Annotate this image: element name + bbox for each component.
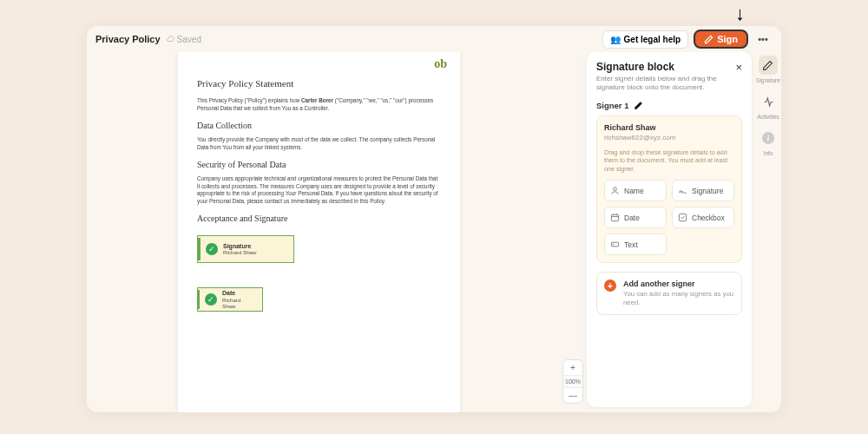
signer-label: Signer 1	[596, 101, 629, 110]
field-text-button[interactable]: Text	[604, 233, 667, 255]
doc-h2-collection: Data Collection	[197, 121, 441, 130]
signature-panel: Signature block Enter signer details bel…	[587, 52, 752, 407]
svg-rect-2	[679, 214, 686, 220]
svg-point-0	[614, 187, 617, 191]
check-circle-icon: ✓	[205, 293, 217, 306]
pointer-arrow: ↓	[735, 3, 745, 25]
panel-title: Signature block	[596, 61, 735, 73]
svg-rect-3	[611, 242, 618, 247]
get-legal-help-button[interactable]: 👥 Get legal help	[602, 30, 689, 49]
signer-hint: Drag and drop these signature details to…	[604, 148, 734, 173]
more-menu-button[interactable]: •••	[753, 30, 773, 49]
document-title: Privacy Policy	[95, 34, 161, 44]
add-signer-button[interactable]: + Add another signer You can add as many…	[596, 272, 742, 314]
panel-subtitle: Enter signer details below and drag the …	[596, 75, 735, 92]
close-panel-button[interactable]: ×	[735, 61, 742, 74]
rail-signature-tab[interactable]: Signature	[756, 56, 780, 83]
info-icon: i	[762, 132, 774, 144]
checkbox-icon	[678, 213, 687, 222]
doc-p-security: Company uses appropriate technical and o…	[197, 175, 441, 205]
doc-h2-security: Security of Personal Data	[197, 160, 441, 169]
zoom-level: 100%	[563, 375, 582, 388]
signer-card: Richard Shaw richshaw622@xyz.com Drag an…	[596, 115, 742, 263]
saved-status: Saved	[166, 35, 201, 44]
content-area: ob Privacy Policy Statement This Privacy…	[87, 52, 781, 412]
signature-field-block[interactable]: ✓ Signature Richard Shaw	[197, 235, 294, 263]
signer-email: richshaw622@xyz.com	[604, 134, 734, 141]
text-field-icon	[610, 240, 620, 249]
app-window: Privacy Policy Saved 👥 Get legal help Si…	[87, 26, 781, 412]
date-field-block[interactable]: ✓ Date Richard Shaw	[197, 287, 263, 312]
signature-icon	[678, 186, 687, 195]
svg-rect-1	[611, 214, 618, 220]
user-icon	[610, 186, 620, 195]
rail-info-tab[interactable]: i Info	[759, 128, 778, 156]
brand-logo-icon: ob	[434, 57, 447, 71]
pen-icon	[762, 60, 773, 71]
drag-field-grid: Name Signature Date Checkbox	[604, 180, 734, 255]
signer-header: Signer 1	[596, 101, 742, 110]
field-signature-button[interactable]: Signature	[672, 180, 734, 201]
check-circle-icon: ✓	[206, 243, 218, 255]
document-viewport[interactable]: ob Privacy Policy Statement This Privacy…	[87, 52, 587, 412]
calendar-icon	[610, 213, 620, 222]
doc-h2-acceptance: Acceptance and Signature	[197, 214, 441, 223]
cloud-icon	[166, 35, 174, 43]
field-checkbox-button[interactable]: Checkbox	[672, 207, 734, 228]
zoom-controls: + 100% —	[562, 359, 583, 404]
activity-icon	[763, 96, 774, 108]
right-rail: Signature Activities i Info	[755, 52, 781, 412]
document-page: ob Privacy Policy Statement This Privacy…	[178, 52, 460, 412]
field-name-button[interactable]: Name	[604, 180, 667, 201]
close-icon: ×	[735, 61, 742, 74]
doc-intro: This Privacy Policy ("Policy") explains …	[197, 97, 441, 112]
sign-button[interactable]: Sign	[694, 30, 748, 49]
group-icon: 👥	[610, 35, 621, 44]
field-date-button[interactable]: Date	[604, 207, 667, 228]
zoom-in-button[interactable]: +	[563, 360, 582, 375]
doc-heading: Privacy Policy Statement	[197, 78, 441, 89]
plus-circle-icon: +	[604, 279, 616, 292]
zoom-out-button[interactable]: —	[563, 388, 582, 403]
rail-activities-tab[interactable]: Activities	[757, 92, 779, 120]
topbar: Privacy Policy Saved 👥 Get legal help Si…	[87, 26, 781, 52]
pen-icon	[704, 35, 713, 44]
doc-p-collection: You directly provide the Company with mo…	[197, 136, 441, 151]
signer-name: Richard Shaw	[604, 123, 734, 132]
edit-signer-button[interactable]	[634, 101, 643, 110]
dots-horizontal-icon: •••	[758, 34, 768, 44]
